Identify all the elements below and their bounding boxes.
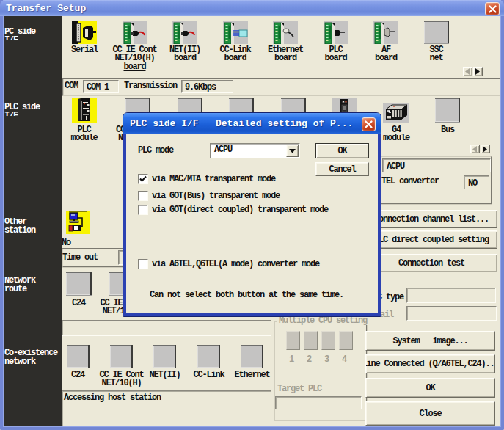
system-image-button[interactable]: System image... — [365, 331, 495, 351]
dialog-cancel-button[interactable]: Cancel — [315, 162, 369, 176]
board-red-cable-icon[interactable] — [172, 21, 197, 44]
pc-side-item-5[interactable]: PLC board — [310, 21, 362, 63]
pc-side-label-1: CC IE Cont NET/10(H) board — [112, 46, 156, 71]
other-station-no-text: No — [62, 239, 76, 247]
g4-module-icon[interactable] — [383, 103, 409, 123]
pc-side-item-1[interactable]: CC IE Cont NET/10(H) board — [109, 21, 161, 72]
plc-module-drawing — [72, 98, 97, 123]
gray-slot-icon[interactable] — [241, 345, 263, 368]
dialog-checkbox-2[interactable] — [138, 205, 148, 215]
gray-slot-icon[interactable] — [424, 21, 449, 44]
dialog-client-area: PLC mode ACPU OK Cancel via MAC/MTA tran… — [126, 134, 378, 313]
board-gray-plug-icon[interactable] — [273, 21, 298, 44]
transfer-setup-window: PC side I/F PLC side I/F Other station N… — [0, 0, 504, 430]
cpu-slot-2 — [304, 331, 318, 350]
pc-side-label-4: Ethernet board — [268, 46, 303, 63]
arrow-right-icon — [475, 68, 481, 75]
dialog-checkbox-label-2[interactable]: via GOT(direct coupled) transparent mode — [152, 206, 328, 214]
plc-side-scroll-left-button[interactable] — [470, 145, 480, 153]
pc-side-scroll-right-button[interactable] — [473, 67, 483, 76]
gray-slot-drawing — [241, 345, 263, 368]
plc-side-scroll-right-button[interactable] — [481, 145, 490, 153]
board-red-cable-icon[interactable] — [123, 21, 147, 44]
board-drawing — [223, 21, 248, 44]
sidebar: PC side I/F PLC side I/F Other station N… — [3, 16, 62, 427]
pc-side-item-7[interactable]: SSC net — [410, 21, 463, 63]
dialog-ok-button[interactable]: OK — [315, 143, 369, 158]
plc-side-item-7[interactable]: Bus — [421, 98, 474, 135]
gray-slot-drawing — [66, 272, 92, 296]
gray-slot-icon[interactable] — [110, 345, 133, 368]
dialog-titlebar[interactable]: PLC side I/F Detailed setting of P... — [123, 113, 381, 134]
pc-side-label-6: AF board — [375, 46, 397, 63]
board-connector-icon[interactable] — [373, 21, 398, 44]
connection-test-button[interactable]: Connection test — [365, 254, 497, 272]
pc-side-item-2[interactable]: NET(II) board — [158, 21, 211, 63]
close-button[interactable]: Close — [365, 401, 495, 426]
com-port-value: COM 1 — [87, 82, 109, 92]
pc-side-item-0[interactable]: Serial — [58, 21, 111, 55]
board-drawing — [123, 21, 147, 44]
plc-side-label-6: G4 module — [383, 126, 409, 143]
coexistence-item-4[interactable]: Ethernet — [226, 345, 279, 380]
arrow-left-icon — [465, 68, 470, 75]
plc-mode-value: ACPU — [387, 161, 404, 172]
pc-side-item-6[interactable]: AF board — [359, 21, 412, 63]
cpu-slot-1 — [286, 331, 300, 350]
g4-module-drawing — [383, 103, 409, 123]
sidebar-item-other-station: Other station — [4, 218, 62, 236]
plc-detail-dialog: PLC side I/F Detailed setting of P... PL… — [123, 113, 381, 316]
board-cyan-cable-icon[interactable] — [223, 21, 248, 44]
serial-port-icon[interactable] — [72, 21, 97, 44]
plc-module-icon[interactable] — [72, 98, 97, 123]
other-station-no-label[interactable]: No — [62, 238, 76, 248]
gray-slot-icon[interactable] — [435, 98, 460, 123]
window-close-button[interactable] — [485, 2, 500, 15]
gray-slot-icon[interactable] — [153, 345, 176, 368]
dialog-plc-mode-dropdown-button[interactable] — [286, 145, 299, 157]
sidebar-item-pc-side: PC side I/F — [4, 28, 62, 40]
pc-side-item-4[interactable]: Ethernet board — [259, 21, 312, 63]
board-drawing — [172, 21, 197, 44]
gray-slot-icon[interactable] — [197, 345, 220, 368]
plc-direct-coupled-setting-button[interactable]: PLC direct coupled setting — [365, 230, 497, 249]
pc-side-scroll-left-button[interactable] — [463, 67, 472, 76]
dialog-checkbox-1[interactable] — [138, 191, 148, 201]
dialog-close-button[interactable] — [362, 117, 376, 131]
dialog-checkbox-label-1[interactable]: via GOT(Bus) transparent mode — [152, 192, 280, 200]
dialog-checkbox-0[interactable] — [138, 174, 148, 184]
coexistence-label-0: C24 — [71, 371, 84, 379]
window-titlebar[interactable]: Transfer Setup — [0, 0, 504, 16]
board-black-plug-icon[interactable] — [324, 21, 348, 44]
dialog-checkbox-3[interactable] — [138, 259, 148, 269]
plc-side-item-0[interactable]: PLC module — [58, 98, 111, 143]
dialog-note: Can not select both button at the same t… — [150, 291, 343, 299]
dialog-checkbox-label-0[interactable]: via MAC/MTA transparent mode — [152, 175, 275, 183]
coexistence-label-3: CC-Link — [193, 371, 224, 379]
com-label: COM — [65, 82, 78, 90]
cpu-slot-number-1: 1 — [289, 356, 293, 364]
plc-mode-field[interactable]: ACPU — [382, 158, 491, 172]
transmission-speed-field[interactable]: 9.6Kbps — [181, 80, 233, 93]
ok-button[interactable]: OK — [365, 378, 495, 398]
pc-side-item-3[interactable]: CC-Link board — [209, 21, 262, 63]
dialog-plc-mode-combobox[interactable]: ACPU — [210, 143, 300, 158]
cpu-slot-3 — [321, 331, 335, 350]
connection-channel-list-button[interactable]: Connection channel list... — [365, 210, 497, 228]
gray-slot-drawing — [435, 98, 460, 123]
timeout-label: Time out — [62, 254, 98, 262]
other-station-no-icon[interactable] — [66, 211, 90, 234]
plc-type-field[interactable] — [406, 288, 496, 303]
dialog-plc-mode-label: PLC mode — [138, 147, 173, 155]
cpu-slot-number-2: 2 — [307, 356, 311, 364]
line-connected-button[interactable]: Line Connected (Q/A6TEL,C24)... — [365, 354, 495, 373]
gray-slot-icon[interactable] — [66, 272, 92, 296]
cpu-slot-4 — [339, 331, 353, 350]
tel-converter-field[interactable]: NO — [464, 175, 489, 189]
gray-slot-icon[interactable] — [67, 345, 90, 368]
coexistence-label-2: NET(II) — [149, 371, 180, 379]
close-x-icon — [365, 120, 373, 128]
board-drawing — [324, 21, 348, 44]
com-port-field[interactable]: COM 1 — [83, 80, 119, 93]
dialog-checkbox-label-3[interactable]: via A6TEL,Q6TEL(A mode) converter mode — [152, 260, 319, 269]
